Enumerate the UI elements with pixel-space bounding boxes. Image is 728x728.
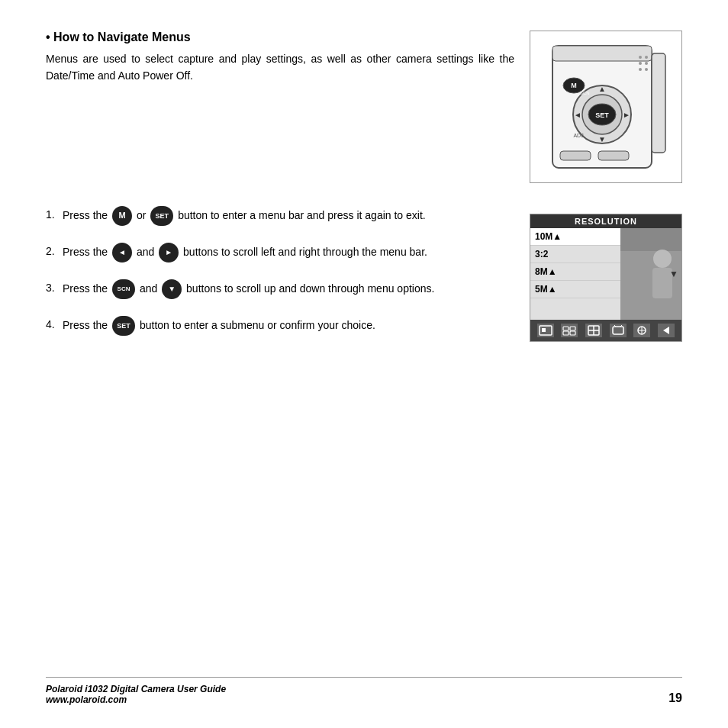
step-1-number: 1. [46,206,63,223]
step-2-and: and [137,246,157,258]
footer: Polaroid i1032 Digital Camera User Guide… [46,677,682,705]
step-4: 4. Press the SET button to enter a subme… [46,316,507,336]
bottom-icon-1 [537,324,554,337]
svg-rect-28 [542,328,546,332]
svg-text:▲: ▲ [598,85,606,93]
steps-list: 1. Press the M or SET button to enter a … [46,206,507,677]
svg-point-6 [645,62,648,65]
bottom-icon-2 [561,324,578,337]
scroll-down-arrow: ▼ [669,269,678,279]
scn-button-icon: SCN [112,279,135,299]
svg-rect-29 [563,327,569,330]
svg-text:ADJ.: ADJ. [573,133,585,138]
resolution-body: 10M▲ 3:2 8M▲ 5M▲ [530,228,681,320]
camera-illustration: SET ▲ ▼ ◄ ► M ADJ. SCN [537,38,675,176]
svg-rect-20 [560,151,591,160]
svg-point-25 [653,250,672,268]
svg-text:▼: ▼ [598,135,606,143]
resolution-screen: RESOLUTION 10M▲ 3:2 8M▲ 5M▲ [530,214,682,342]
step-4-text-after: button to enter a submenu or confirm you… [140,319,375,331]
res-label-1: 3:2 [535,249,548,259]
bottom-icon-3 [585,324,602,337]
step-3-text-after: buttons to scroll up and down through me… [186,282,434,295]
bottom-icon-arrow [658,324,675,337]
svg-text:SCN: SCN [580,91,590,95]
svg-rect-1 [552,46,652,61]
res-item-0: 10M▲ [530,228,620,246]
step-4-text-before: Press the [63,319,111,331]
resolution-photo: ▼ [620,228,681,320]
svg-text:SET: SET [595,111,609,119]
svg-text:►: ► [623,111,630,119]
svg-rect-30 [570,327,575,330]
title-text: How to Navigate Menus [53,31,191,43]
set-button-icon-1: SET [150,206,173,226]
res-label-3: 5M▲ [535,284,557,295]
step-1-or: or [137,209,149,221]
svg-rect-31 [563,331,569,335]
footer-line1: Polaroid i1032 Digital Camera User Guide [46,684,226,694]
top-text: • How to Navigate Menus Menus are used t… [46,31,514,183]
intro-paragraph: Menus are used to select capture and pla… [46,50,514,85]
resolution-bottom-bar [530,320,681,341]
svg-point-5 [639,62,642,65]
footer-line2: www.polaroid.com [46,694,226,705]
resolution-header: RESOLUTION [530,214,681,228]
res-item-2: 8M▲ [530,263,620,281]
bottom-icon-4 [610,324,627,337]
m-button-icon-1: M [112,206,132,226]
svg-point-4 [645,56,648,59]
footer-left: Polaroid i1032 Digital Camera User Guide… [46,684,226,705]
steps-section: 1. Press the M or SET button to enter a … [46,206,682,677]
section-title: • How to Navigate Menus [46,31,514,44]
svg-marker-42 [663,327,669,334]
page: • How to Navigate Menus Menus are used t… [0,0,728,728]
camera-diagram: SET ▲ ▼ ◄ ► M ADJ. SCN [530,31,682,183]
right-arrow-icon: ► [159,243,179,263]
step-2: 2. Press the ◄ and ► buttons to scroll l… [46,243,507,263]
svg-rect-32 [570,331,575,335]
step-2-text-before: Press the [63,246,111,258]
step-3-text-before: Press the [63,282,111,295]
bullet: • [46,31,50,43]
step-3: 3. Press the SCN and ▼ buttons to scroll… [46,279,507,299]
svg-point-8 [645,68,648,71]
step-2-text-after: buttons to scroll left and right through… [183,246,427,258]
svg-rect-21 [598,151,629,160]
down-arrow-icon: ▼ [162,279,182,299]
svg-rect-36 [613,327,623,334]
svg-rect-2 [652,53,665,153]
res-label-2: 8M▲ [535,266,557,277]
set-button-icon-4: SET [112,316,135,336]
step-1-text-after: button to enter a menu bar and press it … [178,209,426,221]
step-4-content: Press the SET button to enter a submenu … [63,316,507,336]
resolution-list: 10M▲ 3:2 8M▲ 5M▲ [530,228,620,320]
step-1-content: Press the M or SET button to enter a men… [63,206,507,226]
step-4-number: 4. [46,316,63,333]
step-1: 1. Press the M or SET button to enter a … [46,206,507,226]
right-side: RESOLUTION 10M▲ 3:2 8M▲ 5M▲ [530,206,682,677]
res-label-0: 10M▲ [535,231,562,242]
step-1-text-before: Press the [63,209,111,221]
svg-point-7 [639,68,642,71]
step-3-content: Press the SCN and ▼ buttons to scroll up… [63,279,507,299]
step-2-content: Press the ◄ and ► buttons to scroll left… [63,243,507,263]
res-item-1: 3:2 [530,246,620,263]
svg-point-3 [639,56,642,59]
step-3-number: 3. [46,279,63,296]
bottom-icon-5 [633,324,650,337]
res-item-3: 5M▲ [530,281,620,298]
svg-text:◄: ◄ [574,111,581,119]
svg-text:M: M [571,82,577,89]
step-2-number: 2. [46,243,63,259]
page-number: 19 [668,691,682,705]
left-arrow-icon: ◄ [112,243,132,263]
top-section: • How to Navigate Menus Menus are used t… [46,31,682,183]
step-3-and: and [140,282,160,295]
